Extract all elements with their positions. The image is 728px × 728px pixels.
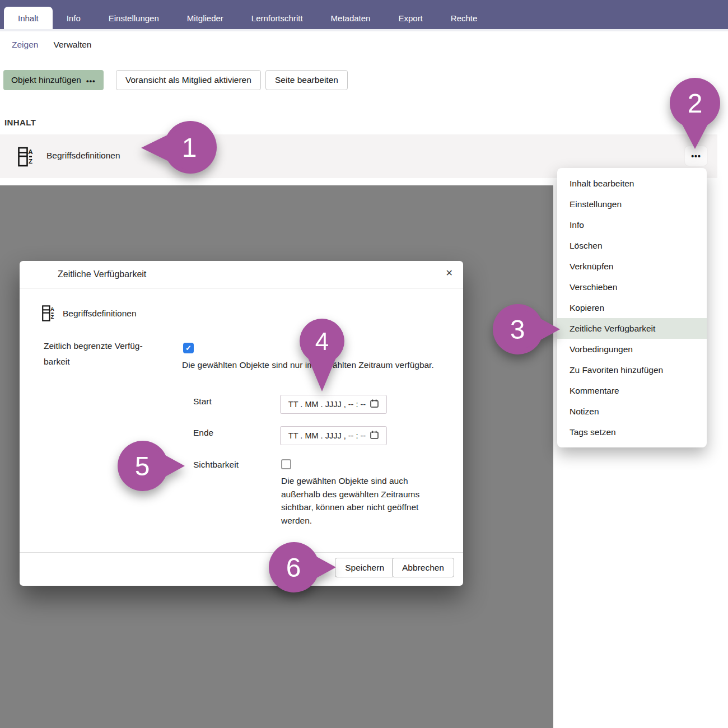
top-navigation: Inhalt Info Einstellungen Mitglieder Ler… bbox=[0, 0, 728, 29]
edit-page-button[interactable]: Seite bearbeiten bbox=[265, 70, 348, 90]
svg-text:Z: Z bbox=[51, 314, 54, 320]
modal-header: Zeitliche Verfügbarkeit ✕ bbox=[20, 261, 463, 288]
start-datetime-placeholder: TT . MM . JJJJ , -- : -- bbox=[288, 400, 366, 409]
end-datetime-placeholder: TT . MM . JJJJ , -- : -- bbox=[288, 431, 366, 440]
tab-rechte[interactable]: Rechte bbox=[437, 7, 492, 29]
menu-item-kommentare[interactable]: Kommentare bbox=[557, 380, 707, 401]
availability-modal: Zeitliche Verfügbarkeit ✕ A Z Begriffsde… bbox=[20, 261, 463, 586]
svg-text:3: 3 bbox=[510, 315, 525, 344]
svg-text:A: A bbox=[50, 306, 54, 312]
availability-label: Zeitlich begrenzte Verfüg­barkeit bbox=[44, 338, 160, 370]
add-object-button[interactable]: Objekt hinzufügen ••• bbox=[3, 70, 104, 90]
availability-checkbox[interactable]: ✓ bbox=[183, 343, 194, 353]
visibility-description: Die gewählten Objekte sind auch außerhal… bbox=[281, 474, 444, 527]
menu-item-loeschen[interactable]: Löschen bbox=[557, 235, 707, 256]
ellipsis-icon: ••• bbox=[86, 76, 96, 85]
tab-lernfortschritt[interactable]: Lernfortschritt bbox=[237, 7, 317, 29]
content-section-heading: INHALT bbox=[4, 118, 36, 127]
annotation-pin-4: 4 bbox=[298, 319, 346, 391]
menu-item-kopieren[interactable]: Kopieren bbox=[557, 297, 707, 318]
menu-item-verknuepfen[interactable]: Verknüpfen bbox=[557, 256, 707, 277]
annotation-pin-6: 6 bbox=[269, 542, 336, 593]
svg-text:2: 2 bbox=[688, 88, 703, 118]
menu-item-zu-favoriten[interactable]: Zu Favoriten hinzufügen bbox=[557, 360, 707, 380]
modal-footer: Speichern Abbrechen bbox=[20, 552, 463, 586]
svg-text:4: 4 bbox=[315, 328, 329, 355]
calendar-icon[interactable] bbox=[370, 431, 379, 441]
svg-text:A: A bbox=[28, 148, 32, 155]
calendar-icon[interactable] bbox=[370, 399, 379, 409]
menu-item-zeitliche-verfuegbarkeit[interactable]: Zeitliche Verfügbarkeit bbox=[557, 318, 707, 339]
glossary-icon: A Z bbox=[42, 305, 55, 324]
start-datetime-input[interactable]: TT . MM . JJJJ , -- : -- bbox=[280, 395, 387, 414]
start-label: Start bbox=[193, 396, 212, 407]
tab-metadaten[interactable]: Metadaten bbox=[317, 7, 385, 29]
annotation-pin-2: 2 bbox=[669, 77, 721, 149]
menu-item-notizen[interactable]: Notizen bbox=[557, 401, 707, 422]
tab-mitglieder[interactable]: Mitglieder bbox=[173, 7, 237, 29]
menu-item-verschieben[interactable]: Verschieben bbox=[557, 277, 707, 297]
tab-export[interactable]: Export bbox=[384, 7, 436, 29]
glossary-icon: A Z bbox=[18, 147, 34, 169]
add-object-label: Objekt hinzufügen bbox=[11, 75, 81, 85]
subtab-verwalten[interactable]: Verwalten bbox=[53, 40, 91, 50]
end-datetime-input[interactable]: TT . MM . JJJJ , -- : -- bbox=[280, 426, 387, 445]
annotation-pin-5: 5 bbox=[118, 440, 185, 492]
item-actions-menu: Inhalt bearbeiten Einstellungen Info Lös… bbox=[557, 168, 707, 447]
svg-text:1: 1 bbox=[182, 133, 197, 162]
annotation-pin-3: 3 bbox=[493, 304, 560, 355]
close-icon[interactable]: ✕ bbox=[446, 268, 453, 278]
menu-item-info[interactable]: Info bbox=[557, 214, 707, 235]
save-button[interactable]: Speichern bbox=[335, 558, 394, 577]
checkmark-icon: ✓ bbox=[185, 344, 192, 352]
tab-info[interactable]: Info bbox=[53, 7, 95, 29]
svg-text:6: 6 bbox=[286, 553, 301, 582]
annotation-pin-1: 1 bbox=[141, 120, 217, 174]
sub-tabs: Zeigen Verwalten bbox=[12, 40, 91, 50]
end-label: Ende bbox=[193, 428, 213, 438]
tab-einstellungen[interactable]: Einstellungen bbox=[95, 7, 173, 29]
visibility-label: Sichtbarkeit bbox=[193, 460, 239, 470]
modal-title: Zeitliche Verfügbarkeit bbox=[58, 269, 146, 279]
content-item-title-link[interactable]: Begriffsdefinitionen bbox=[46, 151, 120, 161]
visibility-checkbox[interactable] bbox=[281, 459, 291, 469]
modal-object-title: Begriffsdefinitionen bbox=[63, 309, 137, 319]
cancel-button[interactable]: Abbrechen bbox=[392, 558, 454, 577]
preview-as-member-button[interactable]: Voransicht als Mitglied aktivieren bbox=[116, 70, 261, 90]
svg-text:5: 5 bbox=[135, 451, 150, 481]
menu-item-inhalt-bearbeiten[interactable]: Inhalt bearbeiten bbox=[557, 173, 707, 194]
subtab-zeigen[interactable]: Zeigen bbox=[12, 40, 38, 50]
svg-text:Z: Z bbox=[29, 158, 32, 165]
tab-inhalt[interactable]: Inhalt bbox=[4, 7, 53, 29]
menu-item-tags-setzen[interactable]: Tags setzen bbox=[557, 422, 707, 442]
menu-item-einstellungen[interactable]: Einstellungen bbox=[557, 194, 707, 214]
menu-item-vorbedingungen[interactable]: Vorbedingungen bbox=[557, 339, 707, 360]
